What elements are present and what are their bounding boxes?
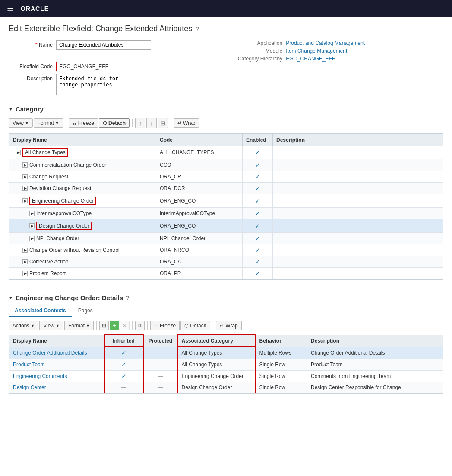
- bottom-row-assoc-category: Engineering Change Order: [178, 371, 256, 382]
- category-toolbar: View ▼ Format ▼ ⚏ Freeze ⬡ Detach ↑ ↓ ⊞ …: [9, 116, 443, 130]
- menu-icon[interactable]: ☰: [7, 4, 14, 13]
- bottom-row-inherited: ✓: [104, 359, 143, 371]
- category-row-code: CCO: [156, 159, 243, 171]
- category-row-name: Change Order without Revision Control: [29, 247, 120, 253]
- actions-freeze-button[interactable]: ⚏ Freeze: [150, 321, 180, 330]
- protected-dash: —: [158, 350, 163, 356]
- expand-icon[interactable]: ▶: [29, 236, 35, 241]
- checkmark-icon: ✓: [255, 197, 260, 204]
- protected-dash: —: [158, 373, 163, 379]
- expand-icon[interactable]: ▶: [16, 150, 21, 155]
- category-row-description: [273, 233, 443, 244]
- checkmark-icon: ✓: [255, 149, 260, 156]
- actions-view-button[interactable]: View ▼: [39, 321, 63, 330]
- view-button[interactable]: View ▼: [9, 118, 33, 128]
- category-row-code: ORA_CR: [156, 171, 243, 183]
- bottom-col-protected-header: Protected: [143, 335, 178, 347]
- detach-button[interactable]: ⬡ Detach: [99, 118, 130, 128]
- page-help-icon[interactable]: ?: [196, 25, 199, 32]
- expand-icon[interactable]: ▶: [22, 248, 28, 253]
- bottom-row-name[interactable]: Engineering Comments: [13, 373, 67, 379]
- add-row-button[interactable]: +: [110, 321, 119, 330]
- expand-icon[interactable]: ▶: [22, 186, 28, 191]
- expand-icon[interactable]: ▶: [29, 211, 35, 216]
- category-row-description: [273, 208, 443, 219]
- category-row-enabled: ✓: [243, 146, 273, 159]
- checkmark-icon: ✓: [255, 210, 260, 217]
- freeze-button[interactable]: ⚏ Freeze: [69, 118, 98, 128]
- category-row-code: ORA_PR: [156, 268, 243, 279]
- bottom-col-behavior-header: Behavior: [256, 335, 307, 347]
- category-row-code: NPI_Change_Order: [156, 233, 243, 244]
- form-section: * Name Application Product and Catalog M…: [9, 40, 443, 97]
- checkmark-icon: ✓: [255, 270, 260, 277]
- bottom-row-behavior: Single Row: [256, 371, 307, 382]
- bottom-row-inherited: ✓: [104, 347, 143, 359]
- application-label: Application: [257, 40, 283, 46]
- details-section: ▼ Engineering Change Order: Details ? As…: [9, 289, 443, 394]
- category-row-description: [273, 268, 443, 279]
- category-row-code: InterimApprovalCOType: [156, 208, 243, 219]
- category-row-enabled: ✓: [243, 233, 273, 244]
- protected-dash: —: [158, 362, 163, 368]
- bottom-row-name[interactable]: Change Order Additional Details: [13, 350, 87, 356]
- category-row-name: All Change Types: [22, 148, 68, 157]
- bottom-row-name[interactable]: Design Center: [13, 384, 46, 390]
- description-input[interactable]: Extended fields for change properties: [56, 74, 142, 95]
- category-row-enabled: ✓: [243, 256, 273, 268]
- bottom-col-description-header: Description: [307, 335, 443, 347]
- view-dropdown-arrow: ▼: [25, 121, 29, 125]
- category-hierarchy-label: Category Hierarchy: [238, 56, 282, 62]
- bottom-row-protected: —: [143, 382, 178, 393]
- category-row-name: Deviation Change Request: [29, 185, 91, 191]
- category-hierarchy-value: EGO_CHANGE_EFF: [286, 56, 335, 62]
- manage-columns-button[interactable]: ⊞: [99, 321, 109, 330]
- expand-icon[interactable]: ▶: [22, 162, 28, 168]
- protected-dash: —: [158, 384, 163, 390]
- actions-button[interactable]: Actions ▼: [9, 321, 38, 330]
- bottom-row-assoc-category: Design Change Order: [178, 382, 256, 393]
- format-button[interactable]: Format ▼: [34, 118, 63, 128]
- category-row-enabled: ✓: [243, 171, 273, 183]
- expand-icon[interactable]: ▶: [22, 259, 28, 264]
- query-button[interactable]: ⊞: [158, 118, 168, 128]
- sort-desc-button[interactable]: ↓: [146, 118, 157, 128]
- actions-format-button[interactable]: Format ▼: [64, 321, 94, 330]
- details-tabs: Associated Contexts Pages: [9, 305, 443, 317]
- category-triangle-icon: ▼: [9, 107, 13, 111]
- duplicate-button[interactable]: ⧉: [135, 321, 145, 330]
- bottom-row-protected: —: [143, 347, 178, 359]
- expand-icon[interactable]: ▶: [22, 174, 28, 179]
- name-input[interactable]: [56, 40, 151, 50]
- expand-icon[interactable]: ▶: [22, 198, 28, 203]
- details-triangle-icon: ▼: [9, 295, 13, 300]
- category-row-description: [273, 256, 443, 268]
- details-help-icon[interactable]: ?: [126, 295, 129, 301]
- category-row-code: ORA_ENG_CO: [156, 219, 243, 233]
- sort-asc-button[interactable]: ↑: [135, 118, 145, 128]
- expand-icon[interactable]: ▶: [29, 223, 35, 228]
- category-row-description: [273, 146, 443, 159]
- oracle-logo: ORACLE: [21, 5, 49, 12]
- tab-associated-contexts[interactable]: Associated Contexts: [9, 305, 72, 317]
- category-row-description: [273, 171, 443, 183]
- actions-detach-button[interactable]: ⬡ Detach: [180, 321, 210, 330]
- format-dropdown-arrow: ▼: [55, 121, 59, 125]
- delete-row-button[interactable]: ✕: [120, 321, 130, 330]
- toolbar-separator-2: [132, 119, 133, 127]
- actions-wrap-button[interactable]: ↵ Wrap: [216, 321, 241, 330]
- category-table-container: Display Name Code Enabled Description ▶A…: [9, 133, 443, 280]
- col-code-header: Code: [156, 134, 243, 146]
- bottom-col-inherited-header: Inherited: [104, 335, 143, 347]
- flexfield-code-input[interactable]: [56, 62, 125, 71]
- bottom-table-container: Display Name Inherited Protected Associa…: [9, 334, 443, 394]
- category-row-name: Design Change Order: [36, 222, 92, 230]
- wrap-button[interactable]: ↵ Wrap: [174, 118, 199, 128]
- page-content: Edit Extensible Flexfield: Change Extend…: [0, 17, 452, 401]
- bottom-row-name[interactable]: Product Team: [13, 362, 45, 368]
- expand-icon[interactable]: ▶: [22, 271, 28, 276]
- inherited-checkmark: ✓: [121, 361, 126, 368]
- bottom-row-protected: —: [143, 371, 178, 382]
- toolbar-separator-1: [66, 119, 66, 127]
- tab-pages[interactable]: Pages: [72, 305, 99, 317]
